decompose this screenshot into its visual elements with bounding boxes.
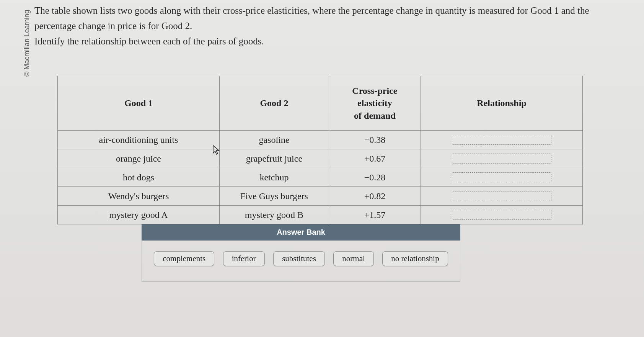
drop-zone[interactable] [452, 154, 551, 164]
chip-no-relationship[interactable]: no relationship [382, 251, 448, 266]
chip-inferior[interactable]: inferior [223, 251, 265, 266]
copyright-watermark: © Macmillan Learning [23, 10, 31, 77]
drop-zone[interactable] [452, 135, 551, 145]
drop-zone[interactable] [452, 210, 551, 220]
cell-good2: mystery good B [220, 206, 329, 224]
header-cpe: Cross-price elasticity of demand [329, 76, 421, 131]
answer-bank-body: complements inferior substitutes normal … [142, 240, 460, 282]
header-good1: Good 1 [58, 76, 220, 131]
cell-cpe: −0.28 [329, 168, 421, 187]
header-good2: Good 2 [220, 76, 329, 131]
answer-bank-title: Answer Bank [142, 224, 460, 240]
table-row: mystery good A mystery good B +1.57 [58, 206, 583, 224]
cell-cpe: +0.67 [329, 149, 421, 168]
cell-relationship[interactable] [421, 149, 582, 168]
chip-substitutes[interactable]: substitutes [273, 251, 325, 266]
table-row: air-conditioning units gasoline −0.38 [58, 131, 583, 149]
cell-cpe: +0.82 [329, 187, 421, 206]
header-cpe-l3: of demand [354, 111, 396, 121]
cell-cpe: −0.38 [329, 131, 421, 149]
cell-relationship[interactable] [421, 206, 582, 224]
drop-zone[interactable] [452, 191, 551, 201]
table-row: orange juice grapefruit juice +0.67 [58, 149, 583, 168]
table-header-row: Good 1 Good 2 Cross-price elasticity of … [58, 76, 583, 131]
cell-good2: grapefruit juice [220, 149, 329, 168]
question-content: The table shown lists two goods along wi… [0, 0, 644, 290]
table-row: Wendy's burgers Five Guys burgers +0.82 [58, 187, 583, 206]
cell-good2: Five Guys burgers [220, 187, 329, 206]
header-cpe-l2: elasticity [357, 98, 392, 108]
cell-good1: Wendy's burgers [58, 187, 220, 206]
cell-good1: mystery good A [58, 206, 220, 224]
cell-good2: ketchup [220, 168, 329, 187]
chip-complements[interactable]: complements [154, 251, 214, 266]
prompt-line-1: The table shown lists two goods along wi… [34, 5, 589, 31]
cell-relationship[interactable] [421, 131, 582, 149]
table-row: hot dogs ketchup −0.28 [58, 168, 583, 187]
cell-good1: hot dogs [58, 168, 220, 187]
cell-relationship[interactable] [421, 187, 582, 206]
cell-good2: gasoline [220, 131, 329, 149]
answer-bank: Answer Bank complements inferior substit… [142, 224, 460, 282]
drop-zone[interactable] [452, 172, 551, 182]
cell-relationship[interactable] [421, 168, 582, 187]
cell-good1: orange juice [58, 149, 220, 168]
prompt-line-2: Identify the relationship between each o… [34, 36, 264, 46]
cell-cpe: +1.57 [329, 206, 421, 224]
chip-normal[interactable]: normal [333, 251, 373, 266]
header-relationship: Relationship [421, 76, 582, 131]
header-cpe-l1: Cross-price [352, 86, 397, 96]
elasticity-table: Good 1 Good 2 Cross-price elasticity of … [57, 76, 583, 224]
cell-good1: air-conditioning units [58, 131, 220, 149]
question-prompt: The table shown lists two goods along wi… [34, 3, 629, 49]
